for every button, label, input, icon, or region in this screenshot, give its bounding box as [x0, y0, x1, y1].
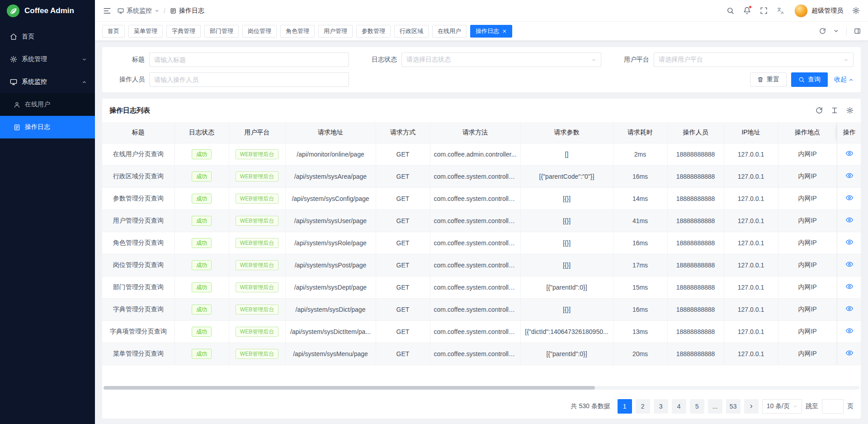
collapse-filter-link[interactable]: 收起: [834, 76, 854, 84]
cell-location: 内网IP: [778, 143, 837, 165]
cell-status: 成功: [175, 254, 229, 276]
tab-item[interactable]: 首页: [102, 25, 125, 38]
cell-operator: 18888888888: [667, 165, 724, 187]
title-field: 标题: [109, 52, 349, 67]
tab-item[interactable]: 行政区域: [394, 25, 429, 38]
sidebar-item-label: 系统监控: [22, 78, 47, 86]
search-button[interactable]: 查询: [791, 72, 828, 87]
reset-button[interactable]: 重置: [750, 72, 787, 87]
page-button[interactable]: 5: [690, 399, 704, 414]
cell-method: GET: [376, 165, 430, 187]
jump-page-input[interactable]: [822, 399, 844, 414]
page-button[interactable]: 3: [654, 399, 668, 414]
search-button-label: 查询: [808, 76, 821, 84]
view-detail-eye-icon[interactable]: [846, 327, 853, 334]
chevron-down-icon[interactable]: [833, 28, 839, 34]
cell-status: 成功: [175, 343, 229, 365]
card-tools: [816, 107, 854, 114]
view-detail-eye-icon[interactable]: [846, 216, 853, 224]
operator-input[interactable]: [149, 72, 349, 87]
view-detail-eye-icon[interactable]: [846, 150, 853, 157]
table-row: 行政区域分页查询成功WEB管理后台/api/system/sysArea/pag…: [102, 165, 861, 187]
cell-action: [837, 187, 861, 210]
view-detail-eye-icon[interactable]: [846, 172, 853, 179]
refresh-icon[interactable]: [819, 28, 826, 34]
chevron-down-icon: [844, 57, 849, 62]
view-detail-eye-icon[interactable]: [846, 194, 853, 201]
pagination-pages: 12345...53: [618, 399, 759, 414]
cell-title: 部门管理分页查询: [102, 276, 175, 298]
tab-item[interactable]: 菜单管理: [128, 25, 163, 38]
table-row: 用户管理分页查询成功WEB管理后台/api/system/sysUser/pag…: [102, 210, 861, 232]
view-detail-eye-icon[interactable]: [846, 349, 853, 357]
tab-bar: 首页菜单管理字典管理部门管理岗位管理角色管理用户管理参数管理行政区域在线用户操作…: [95, 22, 868, 41]
tab-item[interactable]: 角色管理: [280, 25, 315, 38]
status-tag: 成功: [192, 149, 212, 159]
cell-platform: WEB管理后台: [229, 165, 285, 187]
cell-location: 内网IP: [778, 254, 837, 276]
view-detail-eye-icon[interactable]: [846, 283, 853, 290]
title-input[interactable]: [149, 52, 349, 67]
log-status-select[interactable]: 请选择日志状态: [401, 52, 601, 67]
layout-panel-icon[interactable]: [854, 28, 861, 34]
next-page-button[interactable]: [744, 399, 759, 414]
cell-platform: WEB管理后台: [229, 187, 285, 210]
page-ellipsis[interactable]: ...: [708, 399, 722, 414]
cell-method: GET: [376, 210, 430, 232]
column-settings-gear-icon[interactable]: [846, 107, 854, 114]
cell-method: GET: [376, 276, 430, 298]
view-detail-eye-icon[interactable]: [846, 261, 853, 268]
search-icon[interactable]: [726, 7, 734, 14]
breadcrumb-parent[interactable]: 系统监控: [118, 7, 159, 15]
gear-icon[interactable]: [852, 7, 860, 14]
cell-ip: 127.0.0.1: [724, 187, 778, 210]
user-name: 超级管理员: [811, 7, 843, 15]
menu-fold-icon[interactable]: [103, 7, 111, 15]
avatar: [794, 4, 808, 18]
tab-close-icon[interactable]: [502, 29, 507, 33]
cell-duration: 16ms: [613, 165, 667, 187]
sidebar-item-system-management[interactable]: 系统管理: [0, 48, 95, 71]
sidebar-item-home[interactable]: 首页: [0, 25, 95, 48]
cell-operator: 18888888888: [667, 232, 724, 254]
fullscreen-icon[interactable]: [760, 7, 768, 14]
sidebar-item-online-users[interactable]: 在线用户: [0, 93, 95, 116]
scrollbar-thumb[interactable]: [104, 386, 595, 390]
page-button[interactable]: 1: [618, 399, 632, 414]
cell-title: 字典管理分页查询: [102, 298, 175, 320]
tab-item[interactable]: 部门管理: [204, 25, 239, 38]
cell-status: 成功: [175, 187, 229, 210]
column-header: 请求耗时: [613, 122, 667, 143]
tab-item[interactable]: 用户管理: [318, 25, 353, 38]
cell-func: com.coffee.system.controlle...: [430, 298, 520, 320]
sidebar-item-operation-log[interactable]: 操作日志: [0, 116, 95, 138]
tab-item[interactable]: 操作日志: [470, 25, 512, 38]
page-button[interactable]: 2: [636, 399, 650, 414]
cell-status: 成功: [175, 143, 229, 165]
page-button[interactable]: 4: [672, 399, 686, 414]
sidebar-item-system-monitor[interactable]: 系统监控: [0, 71, 95, 93]
operator-field: 操作人员: [109, 72, 349, 87]
cell-func: com.coffee.system.controlle...: [430, 343, 520, 365]
row-height-icon[interactable]: [831, 107, 838, 114]
tab-item[interactable]: 字典管理: [166, 25, 201, 38]
tab-item[interactable]: 在线用户: [432, 25, 467, 38]
translate-icon[interactable]: 文A: [777, 6, 785, 15]
breadcrumb-separator: /: [164, 7, 165, 14]
notification-bell-icon[interactable]: [743, 7, 751, 14]
refresh-icon[interactable]: [816, 107, 823, 114]
operator-field-label: 操作人员: [109, 76, 149, 84]
tab-item[interactable]: 岗位管理: [242, 25, 277, 38]
view-detail-eye-icon[interactable]: [846, 238, 853, 246]
user-menu[interactable]: 超级管理员: [794, 4, 843, 18]
page-button[interactable]: 53: [726, 399, 741, 414]
tab-item[interactable]: 参数管理: [356, 25, 391, 38]
view-detail-eye-icon[interactable]: [846, 305, 853, 312]
cell-url: /api/system/sysRole/page: [285, 232, 376, 254]
sidebar-item-label: 操作日志: [25, 123, 50, 131]
cell-title: 菜单管理分页查询: [102, 343, 175, 365]
user-platform-select[interactable]: 请选择用户平台: [654, 52, 854, 67]
cell-title: 参数管理分页查询: [102, 187, 175, 210]
cell-duration: 20ms: [613, 343, 667, 365]
page-size-select[interactable]: 10 条/页: [762, 399, 802, 414]
